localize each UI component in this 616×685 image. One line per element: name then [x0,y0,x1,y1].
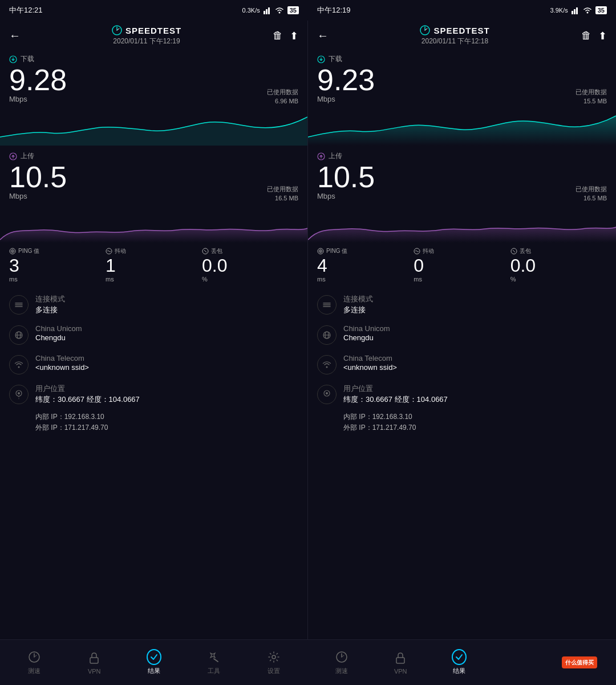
ping-left: PING 值 3 ms [9,247,106,283]
speedtest-logo-right [420,25,430,35]
download-icon-right [317,55,325,63]
nav-results-left[interactable]: 结果 [137,650,171,675]
svg-point-3 [278,12,280,14]
upload-value-right: 10.5 [317,162,375,192]
nav-settings-left[interactable]: 设置 [257,650,291,675]
header-right: ← SPEEDTEST 2020/01/11 下午12:18 🗑 ⬆ [308,21,616,49]
status-bar: 中午12:21 0.3K/s 35 中午12:19 3.9K/s [0,0,616,21]
ping-icon-right [317,248,324,255]
vpn-nav-icon-left [87,651,102,666]
header-center-left: SPEEDTEST 2020/01/11 下午12:19 [112,25,181,46]
multilink-icon-right [322,301,331,308]
ip-info-left: 内部 IP：192.168.3.10 外部 IP：171.217.49.70 [0,409,307,438]
signal-icon-right [572,6,579,14]
svg-rect-4 [572,11,573,14]
info-list-left: 连接模式 多连接 China Unicom Chengdu [0,287,307,639]
share-button-right[interactable]: ⬆ [598,30,607,42]
tools-nav-icon-left [206,650,221,664]
connection-mode-right: 连接模式 多连接 [308,289,616,320]
globe-icon-left [9,325,29,345]
back-button-right[interactable]: ← [317,29,329,42]
svg-point-47 [272,655,275,659]
download-main-left: 9.28 Mbps 已使用数据 6.96 MB [9,65,298,106]
share-button-left[interactable]: ⬆ [290,30,298,42]
results-nav-icon-left [147,650,161,664]
panel-right: ← SPEEDTEST 2020/01/11 下午12:18 🗑 ⬆ [308,21,616,639]
jitter-icon-left [106,248,112,255]
upload-icon-left [9,152,17,160]
download-main-right: 9.23 Mbps 已使用数据 15.5 MB [317,65,607,106]
status-bar-left: 中午12:21 0.3K/s 35 [0,0,308,21]
globe-svg-right [322,331,331,340]
panel-left: ← SPEEDTEST 2020/01/11 下午12:19 🗑 ⬆ [0,21,308,639]
download-graph-right [308,106,616,146]
svg-point-43 [326,392,328,394]
upload-section-left: 上传 10.5 Mbps 已使用数据 16.5 MB [0,146,307,203]
upload-graph-left [0,203,307,243]
time-right: 中午12:19 [317,5,351,15]
location-right: 用户位置 纬度：30.6667 经度：104.0667 [308,379,616,409]
header-actions-right: 🗑 ⬆ [581,30,607,42]
nav-speedtest-left[interactable]: 测速 [17,650,51,675]
delete-button-left[interactable]: 🗑 [273,30,283,42]
back-button-left[interactable]: ← [9,29,21,42]
svg-rect-45 [90,658,98,663]
location-icon-right [317,385,337,404]
svg-line-34 [513,250,515,252]
speed-right: 3.9K/s [550,7,568,14]
svg-point-25 [18,392,20,394]
location-left: 用户位置 纬度：30.6667 经度：104.0667 [0,379,307,409]
nav-vpn-left[interactable]: VPN [77,651,111,675]
nav-speedtest-right[interactable]: 测速 [325,650,359,675]
upload-icon-right [317,152,325,160]
battery-right: 35 [595,6,607,14]
nav-right: 测速 VPN 结果 [308,640,616,685]
time-left: 中午12:21 [9,5,43,15]
wifi-left: China Telecom <unknown ssid> [0,349,307,379]
upload-section-right: 上传 10.5 Mbps 已使用数据 16.5 MB [308,146,616,203]
settings-nav-icon-left [266,650,281,664]
nav-vpn-right[interactable]: VPN [383,651,418,675]
nav-results-right[interactable]: 结果 [442,650,476,675]
delete-button-right[interactable]: 🗑 [581,30,591,42]
jitter-icon-right [414,248,420,255]
loss-icon-right [510,248,517,255]
loss-right: 丢包 0.0 % [510,247,607,283]
upload-main-right: 10.5 Mbps 已使用数据 16.5 MB [317,162,607,203]
panels: ← SPEEDTEST 2020/01/11 下午12:19 🗑 ⬆ [0,21,616,639]
loss-left: 丢包 0.0 % [202,247,298,283]
svg-rect-6 [576,7,578,14]
svg-rect-2 [268,7,270,14]
status-bar-right: 中午12:19 3.9K/s 35 [308,0,616,21]
ip-info-right: 内部 IP：192.168.3.10 外部 IP：171.217.49.70 [308,409,616,438]
signal-icon-left [264,6,271,14]
test-date-right: 2020/01/11 下午12:18 [422,37,488,46]
svg-point-31 [320,251,321,252]
svg-rect-0 [264,11,265,14]
download-graph-left [0,106,307,146]
nav-tools-left[interactable]: 工具 [197,650,231,675]
speedtest-nav-icon-right [334,650,349,664]
upload-data-used-left: 已使用数据 16.5 MB [267,185,298,203]
upload-label-left: 上传 [9,151,298,161]
header-actions-left: 🗑 ⬆ [273,30,298,42]
svg-point-23 [18,366,20,368]
location-icon-left [9,385,29,404]
results-nav-icon-right [452,650,467,664]
svg-rect-1 [266,9,268,14]
wifi-right: China Telecom <unknown ssid> [308,349,616,379]
speed-left: 0.3K/s [242,7,260,14]
svg-point-13 [12,251,13,252]
upload-data-used-right: 已使用数据 16.5 MB [576,185,607,203]
stats-row-left: PING 值 3 ms 抖动 1 ms [0,243,307,287]
wifi-circle-icon-left [9,355,29,374]
wifi-icon-left [275,7,284,14]
upload-value-left: 10.5 [9,162,67,192]
upload-main-left: 10.5 Mbps 已使用数据 16.5 MB [9,162,298,203]
globe-svg-left [14,331,23,340]
isp-right: China Unicom Chengdu [308,320,616,349]
stats-row-right: PING 值 4 ms 抖动 0 ms [308,243,616,287]
download-data-used-left: 已使用数据 6.96 MB [267,88,298,106]
mode-icon-right [317,295,337,315]
ping-icon-left [9,248,16,255]
